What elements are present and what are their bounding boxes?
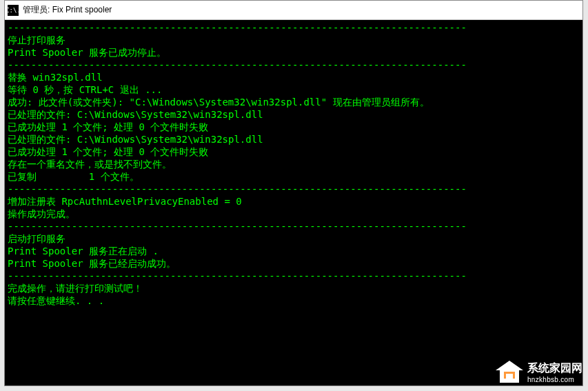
terminal-line: 停止打印服务 xyxy=(8,34,580,46)
terminal-line: 已处理的文件: C:\Windows\System32\win32spl.dll xyxy=(8,108,580,121)
terminal-line: 成功: 此文件(或文件夹): "C:\Windows\System32\win3… xyxy=(8,96,580,108)
terminal-line: 已复制 1 个文件。 xyxy=(8,170,580,183)
terminal-line: 完成操作，请进行打印测试吧！ xyxy=(8,282,580,294)
terminal-line: ----------------------------------------… xyxy=(8,270,580,282)
terminal-line: 等待 0 秒，按 CTRL+C 退出 ... xyxy=(8,83,580,96)
titlebar[interactable]: C:\. 管理员: Fix Print spooler xyxy=(5,1,582,20)
watermark-domain: hnzkhbsb.com xyxy=(527,376,582,383)
terminal-line: 已成功处理 1 个文件; 处理 0 个文件时失败 xyxy=(8,121,580,133)
house-icon xyxy=(496,361,523,384)
terminal-line: 已成功处理 1 个文件; 处理 0 个文件时失败 xyxy=(8,146,580,158)
terminal-output[interactable]: ----------------------------------------… xyxy=(5,20,582,385)
watermark: 系统家园网 hnzkhbsb.com xyxy=(496,361,582,384)
terminal-line: ----------------------------------------… xyxy=(8,183,580,195)
terminal-line: Print Spooler 服务已成功停止。 xyxy=(8,46,580,59)
watermark-text: 系统家园网 hnzkhbsb.com xyxy=(527,361,582,383)
terminal-line: 存在一个重名文件，或是找不到文件。 xyxy=(8,158,580,170)
terminal-line: ----------------------------------------… xyxy=(8,21,580,34)
watermark-name: 系统家园网 xyxy=(527,361,582,376)
terminal-line: 增加注册表 RpcAuthnLevelPrivacyEnabled = 0 xyxy=(8,195,580,208)
terminal-line: Print Spooler 服务正在启动 . xyxy=(8,245,580,257)
terminal-line: ----------------------------------------… xyxy=(8,59,580,71)
terminal-line: 请按任意键继续. . . xyxy=(8,294,580,307)
window-title: 管理员: Fix Print spooler xyxy=(23,4,112,16)
terminal-line: 操作成功完成。 xyxy=(8,208,580,220)
terminal-line: ----------------------------------------… xyxy=(8,220,580,232)
terminal-line: Print Spooler 服务已经启动成功。 xyxy=(8,257,580,270)
terminal-line: 已处理的文件: C:\Windows\System32\win32spl.dll xyxy=(8,133,580,146)
terminal-line: 启动打印服务 xyxy=(8,232,580,245)
terminal-line: 替换 win32spl.dll xyxy=(8,71,580,83)
cmd-icon: C:\. xyxy=(8,5,19,16)
command-prompt-window: C:\. 管理员: Fix Print spooler ------------… xyxy=(4,0,583,386)
